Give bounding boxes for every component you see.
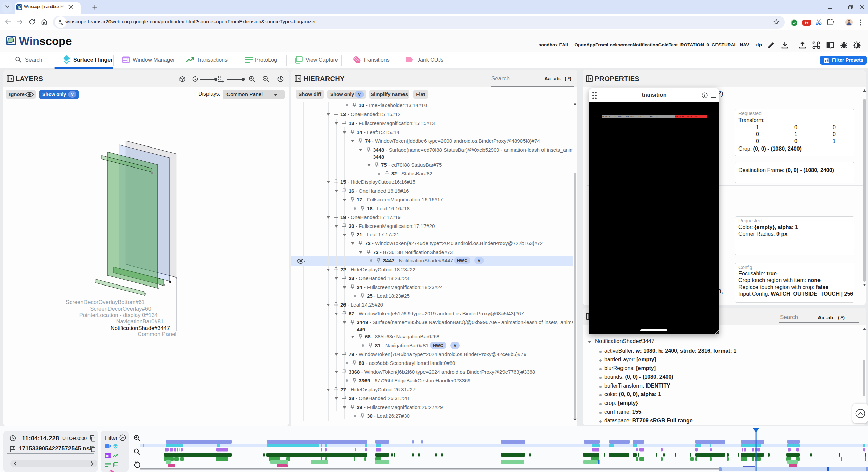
svg-text:Common Panel: Common Panel (138, 331, 176, 337)
svg-text:ScreenDecorOverlay#60: ScreenDecorOverlay#60 (90, 306, 151, 312)
svg-text:NavigationBar0#81: NavigationBar0#81 (116, 318, 164, 324)
svg-text:ScreenDecorOverlayBottom#61: ScreenDecorOverlayBottom#61 (66, 299, 145, 305)
svg-text:PointerLocation - display 0#13: PointerLocation - display 0#134 (79, 312, 158, 318)
svg-text:NotificationShade#3447: NotificationShade#3447 (111, 325, 170, 331)
